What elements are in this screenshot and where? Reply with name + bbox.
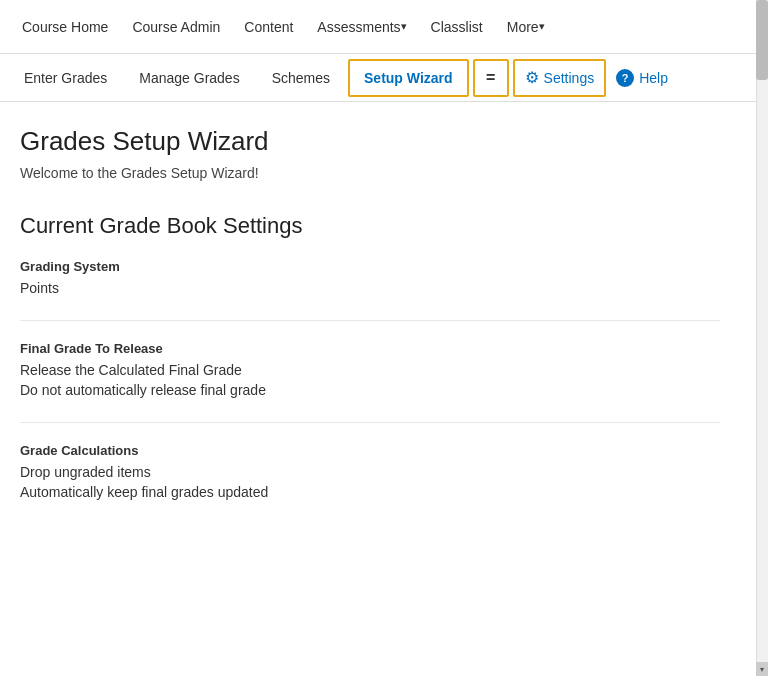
help-circle-icon: ?	[616, 69, 634, 87]
nav-course-admin[interactable]: Course Admin	[120, 0, 232, 54]
gear-icon: ⚙	[525, 68, 539, 87]
divider-1	[20, 320, 720, 321]
page-title: Grades Setup Wizard	[20, 126, 720, 157]
scrollbar-thumb[interactable]	[756, 0, 768, 80]
grading-system-group: Grading System Points	[20, 259, 720, 296]
scrollbar-arrow-down[interactable]: ▾	[756, 662, 768, 676]
settings-label: Settings	[544, 70, 595, 86]
nav-course-home[interactable]: Course Home	[10, 0, 120, 54]
nav-content[interactable]: Content	[232, 0, 305, 54]
page-subtitle: Welcome to the Grades Setup Wizard!	[20, 165, 720, 181]
subnav-setup-wizard[interactable]: Setup Wizard	[348, 59, 469, 97]
subnav-schemes[interactable]: Schemes	[258, 54, 344, 102]
nav-assessments[interactable]: Assessments	[305, 0, 418, 54]
grade-calculations-value-1: Automatically keep final grades updated	[20, 484, 720, 500]
help-label: Help	[639, 70, 668, 86]
settings-link[interactable]: ⚙ Settings	[513, 59, 607, 97]
nav-more[interactable]: More	[495, 0, 557, 54]
section-title: Current Grade Book Settings	[20, 213, 720, 239]
final-grade-group: Final Grade To Release Release the Calcu…	[20, 341, 720, 398]
sub-nav: Enter Grades Manage Grades Schemes Setup…	[0, 54, 768, 102]
grading-system-value: Points	[20, 280, 720, 296]
divider-2	[20, 422, 720, 423]
main-content: Grades Setup Wizard Welcome to the Grade…	[0, 102, 740, 544]
nav-classlist[interactable]: Classlist	[419, 0, 495, 54]
grading-system-label: Grading System	[20, 259, 720, 274]
subnav-enter-grades[interactable]: Enter Grades	[10, 54, 121, 102]
final-grade-label: Final Grade To Release	[20, 341, 720, 356]
grade-calculations-value-0: Drop ungraded items	[20, 464, 720, 480]
subnav-manage-grades[interactable]: Manage Grades	[125, 54, 253, 102]
page-wrapper: Course Home Course Admin Content Assessm…	[0, 0, 768, 544]
scrollbar[interactable]: ▾	[756, 0, 768, 676]
final-grade-value-0: Release the Calculated Final Grade	[20, 362, 720, 378]
final-grade-value-1: Do not automatically release final grade	[20, 382, 720, 398]
grade-calculations-group: Grade Calculations Drop ungraded items A…	[20, 443, 720, 500]
help-link[interactable]: ? Help	[616, 69, 668, 87]
top-nav: Course Home Course Admin Content Assessm…	[0, 0, 768, 54]
equals-separator[interactable]: =	[473, 59, 509, 97]
grade-calculations-label: Grade Calculations	[20, 443, 720, 458]
